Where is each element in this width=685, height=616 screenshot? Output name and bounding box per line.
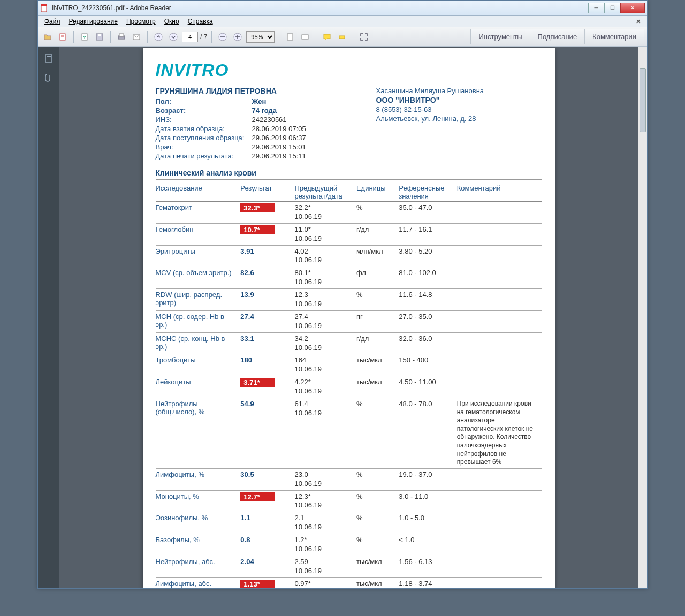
comment-icon[interactable]	[321, 31, 333, 43]
page-input[interactable]	[182, 32, 198, 42]
cell-units: млн/мкл	[356, 245, 399, 267]
cell-ref: < 1.0	[399, 534, 456, 556]
menubar: Файл Редактирование Просмотр Окно Справк…	[38, 16, 647, 27]
cell-comment: При исследовании крови на гематологическ…	[457, 398, 542, 469]
provider-phone: 8 (8553) 32-15-63	[376, 105, 542, 113]
cell-name: MCV (ср. объем эритр.)	[156, 267, 241, 289]
thumbnails-icon[interactable]	[41, 51, 56, 66]
table-row: Гематокрит32.3*32.2*10.06.19%35.0 - 47.0	[156, 202, 542, 224]
close-document-button[interactable]: ×	[632, 17, 645, 26]
cell-units: %	[356, 398, 399, 469]
cell-comment	[457, 332, 542, 354]
cell-units: %	[356, 202, 399, 224]
create-pdf-icon[interactable]	[56, 31, 69, 43]
provider-name: Хасаншина Миляуша Рушановна	[376, 87, 542, 95]
pdf-viewer[interactable]: INVITRO ГРУНЯШИНА ЛИДИЯ ПЕТРОВНА Пол:Жен…	[59, 47, 638, 588]
cell-name: Лимфоциты, %	[156, 468, 241, 490]
cell-comment	[457, 223, 542, 245]
print-label: Дата печати результата:	[156, 152, 252, 160]
cell-ref: 32.0 - 36.0	[399, 332, 456, 354]
table-row: Гемоглобин10.7*11.0*10.06.19г/дл11.7 - 1…	[156, 223, 542, 245]
zoom-in-icon[interactable]	[231, 31, 244, 43]
cell-prev: 11.0*10.06.19	[294, 223, 356, 245]
cell-result: 1.13*	[240, 577, 294, 588]
table-row: MCV (ср. объем эритр.)82.680.1*10.06.19ф…	[156, 267, 542, 289]
sample-received-label: Дата поступления образца:	[156, 134, 252, 142]
cell-ref: 48.0 - 78.0	[399, 398, 456, 469]
sample-taken-label: Дата взятия образца:	[156, 125, 252, 133]
cell-comment	[457, 512, 542, 534]
th-ref: Референсные значения	[399, 182, 456, 202]
menu-window[interactable]: Окно	[160, 17, 184, 26]
menu-help[interactable]: Справка	[184, 17, 217, 26]
menu-file[interactable]: Файл	[40, 17, 65, 26]
cell-ref: 1.0 - 5.0	[399, 512, 456, 534]
cell-result: 0.8	[240, 534, 294, 556]
fullscreen-icon[interactable]	[357, 31, 370, 43]
cell-name: Нейтрофилы (общ.число), %	[156, 398, 241, 469]
zoom-select[interactable]: 95%	[246, 31, 275, 43]
cell-ref: 1.18 - 3.74	[399, 577, 456, 588]
vertical-scrollbar[interactable]	[638, 47, 647, 588]
tools-pane-button[interactable]: Инструменты	[470, 29, 529, 44]
cell-prev: 80.1*10.06.19	[294, 267, 356, 289]
cell-prev: 23.010.06.19	[294, 468, 356, 490]
th-units: Единицы	[356, 182, 399, 202]
fit-page-icon[interactable]	[284, 31, 296, 43]
fit-width-icon[interactable]	[299, 31, 311, 43]
cell-ref: 1.56 - 6.13	[399, 556, 456, 577]
cell-prev: 0.97*10.06.19	[294, 577, 356, 588]
table-row: Лимфоциты, абс.1.13*0.97*10.06.19тыс/мкл…	[156, 577, 542, 588]
th-name: Исследование	[156, 182, 241, 202]
menu-view[interactable]: Просмотр	[122, 17, 160, 26]
pdf-icon	[40, 4, 49, 12]
highlight-icon[interactable]	[336, 31, 348, 43]
table-row: MCHC (ср. конц. Hb в эр.)33.134.210.06.1…	[156, 332, 542, 354]
page-up-icon[interactable]	[152, 31, 165, 43]
menu-edit[interactable]: Редактирование	[65, 17, 122, 26]
provider-company: ООО "ИНВИТРО"	[376, 96, 542, 104]
cell-ref: 35.0 - 47.0	[399, 202, 456, 224]
table-row: Лимфоциты, %30.523.010.06.19%19.0 - 37.0	[156, 468, 542, 490]
zoom-out-icon[interactable]	[216, 31, 229, 43]
cell-comment	[457, 202, 542, 224]
cell-name: MCHC (ср. конц. Hb в эр.)	[156, 332, 241, 354]
cell-result: 32.3*	[240, 202, 294, 224]
cell-comment	[457, 245, 542, 267]
cell-ref: 27.0 - 35.0	[399, 310, 456, 332]
maximize-button[interactable]: ☐	[604, 3, 620, 13]
doctor-label: Врач:	[156, 143, 252, 151]
attachments-icon[interactable]	[41, 70, 56, 85]
cell-prev: 2.5910.06.19	[294, 556, 356, 577]
table-row: Моноциты, %12.7*12.3*10.06.19%3.0 - 11.0	[156, 490, 542, 512]
cell-name: Гемоглобин	[156, 223, 241, 245]
cell-comment	[457, 310, 542, 332]
section-title: Клинический анализ крови	[156, 169, 542, 180]
close-button[interactable]: ✕	[620, 3, 645, 13]
cell-prev: 4.22*10.06.19	[294, 376, 356, 398]
cell-name: Эритроциты	[156, 245, 241, 267]
email-icon[interactable]	[130, 31, 143, 43]
table-row: Тромбоциты18016410.06.19тыс/мкл150 - 400	[156, 354, 542, 376]
sign-pane-button[interactable]: Подписание	[530, 29, 585, 44]
cell-units: %	[356, 512, 399, 534]
cell-result: 54.9	[240, 398, 294, 469]
cell-prev: 12.3*10.06.19	[294, 490, 356, 512]
minimize-button[interactable]: ─	[588, 3, 604, 13]
cell-prev: 27.410.06.19	[294, 310, 356, 332]
open-icon[interactable]	[41, 31, 54, 43]
cell-ref: 3.80 - 5.20	[399, 245, 456, 267]
cell-name: Лимфоциты, абс.	[156, 577, 241, 588]
print-value: 29.06.2019 15:11	[252, 152, 306, 160]
export-icon[interactable]	[78, 31, 91, 43]
cell-result: 33.1	[240, 332, 294, 354]
scrollbar-thumb[interactable]	[640, 68, 646, 132]
comments-pane-button[interactable]: Комментарии	[584, 29, 644, 44]
save-icon[interactable]	[93, 31, 106, 43]
th-result: Результат	[240, 182, 294, 202]
page-total: / 7	[200, 33, 207, 41]
page-down-icon[interactable]	[167, 31, 180, 43]
cell-units: тыс/мкл	[356, 376, 399, 398]
print-icon[interactable]	[115, 31, 128, 43]
svg-rect-15	[339, 36, 345, 39]
